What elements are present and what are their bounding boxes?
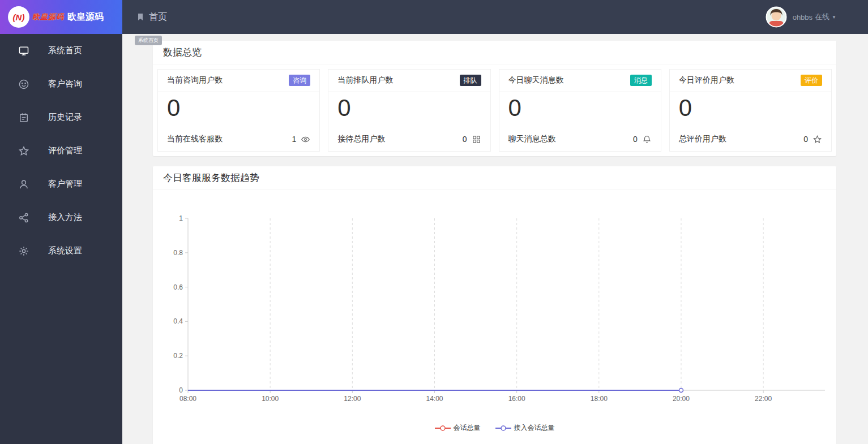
legend-label: 接入会话总量 bbox=[514, 423, 555, 433]
svg-text:0.2: 0.2 bbox=[173, 352, 183, 360]
sidebar-item-system-home[interactable]: 系统首页 bbox=[0, 34, 122, 67]
svg-text:0.8: 0.8 bbox=[173, 249, 183, 257]
status-badge: 消息 bbox=[630, 75, 652, 86]
data-overview-panel: 数据总览 当前咨询用户数 咨询 0 当前在线客服数 1 bbox=[153, 41, 836, 156]
status-badge: 评价 bbox=[801, 75, 822, 86]
sidebar-item-history[interactable]: 历史记录 bbox=[0, 101, 122, 134]
sidebar-item-customer-consult[interactable]: 客户咨询 bbox=[0, 67, 122, 101]
stat-card-title: 今日评价用户数 bbox=[679, 75, 734, 85]
sidebar-item-label: 客户管理 bbox=[48, 179, 82, 189]
trend-panel-title: 今日客服服务数据趋势 bbox=[153, 166, 836, 190]
sidebar-item-label: 系统设置 bbox=[48, 245, 82, 256]
status-badge: 咨询 bbox=[289, 75, 310, 86]
stat-sub-label: 聊天消息总数 bbox=[508, 134, 556, 144]
sidebar-item-label: 评价管理 bbox=[48, 145, 82, 156]
legend-label: 会话总量 bbox=[454, 423, 481, 433]
sidebar-item-customer-management[interactable]: 客户管理 bbox=[0, 167, 122, 201]
legend-item[interactable]: 会话总量 bbox=[435, 423, 481, 433]
brand-logo[interactable]: (N) 欧皇源码 欧皇源码 bbox=[0, 0, 122, 34]
history-icon bbox=[18, 112, 29, 123]
stat-sub-value: 0 bbox=[463, 135, 467, 144]
topbar: (N) 欧皇源码 欧皇源码 首页 ohbbs 在线 ▼ bbox=[0, 0, 868, 34]
svg-text:20:00: 20:00 bbox=[673, 395, 690, 403]
brand-logo-icon: (N) bbox=[8, 6, 29, 28]
stat-card-messages: 今日聊天消息数 消息 0 聊天消息总数 0 bbox=[499, 69, 661, 152]
stat-value: 0 bbox=[499, 92, 661, 134]
svg-text:10:00: 10:00 bbox=[262, 395, 279, 403]
stat-card-title: 当前咨询用户数 bbox=[167, 75, 223, 85]
stat-sub-value: 1 bbox=[292, 135, 296, 144]
smiley-icon bbox=[18, 79, 29, 90]
svg-text:0.6: 0.6 bbox=[173, 283, 183, 291]
stat-card-title: 当前排队用户数 bbox=[337, 75, 393, 85]
brand-red-text: 欧皇源码 bbox=[32, 12, 64, 22]
nav-home[interactable]: 首页 bbox=[136, 11, 167, 23]
stat-value: 0 bbox=[158, 92, 319, 134]
svg-text:14:00: 14:00 bbox=[426, 395, 443, 403]
gear-icon bbox=[18, 245, 29, 257]
status-badge: 排队 bbox=[460, 75, 481, 86]
stat-card-queue: 当前排队用户数 排队 0 接待总用户数 0 bbox=[328, 69, 490, 152]
svg-text:0: 0 bbox=[179, 386, 183, 394]
star-icon bbox=[18, 145, 29, 157]
main-content: 系统首页 数据总览 当前咨询用户数 咨询 0 当前在线客服数 1 bbox=[122, 34, 868, 444]
sidebar-item-system-settings[interactable]: 系统设置 bbox=[0, 234, 122, 268]
stat-sub-value: 0 bbox=[803, 135, 808, 144]
legend-item[interactable]: 接入会话总量 bbox=[495, 423, 555, 433]
user-menu[interactable]: ohbbs 在线 ▼ bbox=[766, 6, 868, 28]
svg-text:18:00: 18:00 bbox=[591, 395, 608, 403]
svg-text:12:00: 12:00 bbox=[344, 395, 361, 403]
svg-text:16:00: 16:00 bbox=[508, 395, 525, 403]
svg-text:1: 1 bbox=[179, 214, 183, 222]
nav-home-label: 首页 bbox=[149, 11, 167, 23]
svg-text:22:00: 22:00 bbox=[755, 395, 772, 403]
stat-card-consulting: 当前咨询用户数 咨询 0 当前在线客服数 1 bbox=[157, 69, 320, 152]
eye-icon bbox=[301, 135, 310, 144]
stat-card-title: 今日聊天消息数 bbox=[508, 75, 564, 85]
user-icon bbox=[18, 179, 29, 190]
stat-sub-value: 0 bbox=[633, 135, 638, 144]
trend-panel: 今日客服服务数据趋势 00.20.40.60.8108:0010:0012:00… bbox=[153, 166, 836, 444]
username: ohbbs bbox=[793, 13, 813, 21]
svg-text:0.4: 0.4 bbox=[173, 317, 183, 325]
stat-value: 0 bbox=[328, 92, 490, 134]
svg-text:08:00: 08:00 bbox=[179, 395, 196, 403]
stat-cards-row: 当前咨询用户数 咨询 0 当前在线客服数 1 bbox=[157, 69, 832, 152]
stat-sub-label: 当前在线客服数 bbox=[167, 134, 223, 144]
data-overview-title: 数据总览 bbox=[153, 41, 836, 64]
user-status: 在线 bbox=[815, 12, 829, 22]
avatar bbox=[766, 6, 787, 28]
sidebar: 系统首页 客户咨询 历史记录 评价管理 客户管理 接入方法 系统设置 bbox=[0, 34, 122, 444]
stat-card-reviews: 今日评价用户数 评价 0 总评价用户数 0 bbox=[669, 69, 832, 152]
page-tab-system-home[interactable]: 系统首页 bbox=[135, 36, 162, 45]
chart-legend: 会话总量接入会话总量 bbox=[153, 423, 836, 433]
sidebar-item-label: 历史记录 bbox=[48, 112, 82, 123]
legend-marker-icon bbox=[495, 425, 511, 432]
share-network-icon bbox=[18, 212, 29, 223]
bookmark-icon bbox=[136, 12, 145, 21]
brand-name: 欧皇源码 bbox=[67, 11, 104, 23]
sidebar-item-label: 客户咨询 bbox=[48, 79, 82, 89]
monitor-icon bbox=[18, 45, 29, 57]
sidebar-item-access-method[interactable]: 接入方法 bbox=[0, 201, 122, 234]
stat-sub-label: 接待总用户数 bbox=[337, 134, 385, 144]
stat-value: 0 bbox=[670, 92, 831, 134]
chevron-down-icon: ▼ bbox=[832, 15, 836, 20]
legend-marker-icon bbox=[435, 425, 451, 432]
sidebar-item-label: 接入方法 bbox=[48, 212, 82, 223]
bell-icon bbox=[642, 135, 652, 144]
star-icon bbox=[813, 135, 822, 144]
grid-icon bbox=[472, 135, 481, 144]
stat-sub-label: 总评价用户数 bbox=[679, 134, 726, 144]
sidebar-item-review-management[interactable]: 评价管理 bbox=[0, 134, 122, 167]
sidebar-item-label: 系统首页 bbox=[48, 45, 82, 56]
trend-line-chart: 00.20.40.60.8108:0010:0012:0014:0016:001… bbox=[153, 190, 836, 422]
